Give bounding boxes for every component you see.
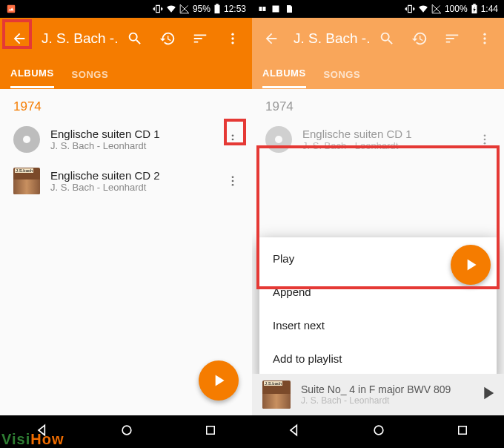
now-playing-play-button[interactable] bbox=[477, 383, 498, 406]
search-button[interactable] bbox=[371, 22, 403, 55]
svg-point-8 bbox=[232, 142, 234, 145]
album-artist: J. S. Bach - Leonhardt bbox=[302, 140, 470, 151]
wifi-icon bbox=[418, 4, 428, 14]
nav-recent[interactable] bbox=[204, 424, 217, 440]
watermark: VisiHow bbox=[1, 431, 64, 448]
album-row[interactable]: Englische suiten CD 1 J. S. Bach - Leonh… bbox=[0, 119, 252, 160]
album-menu-button[interactable] bbox=[470, 125, 500, 154]
tab-albums[interactable]: ALBUMS bbox=[10, 60, 54, 88]
play-fab[interactable] bbox=[451, 245, 491, 285]
wifi-icon bbox=[166, 4, 176, 14]
svg-rect-15 bbox=[263, 7, 266, 11]
svg-point-3 bbox=[231, 33, 233, 36]
history-button[interactable] bbox=[403, 22, 436, 55]
svg-point-5 bbox=[231, 42, 233, 44]
battery-icon bbox=[213, 4, 221, 14]
signal-icon bbox=[431, 4, 442, 14]
status-bar: 100% 1:44 bbox=[252, 0, 504, 18]
overflow-button[interactable] bbox=[468, 22, 501, 55]
back-button[interactable] bbox=[255, 22, 288, 55]
nav-recent[interactable] bbox=[456, 424, 469, 440]
tab-bar: ALBUMS SONGS bbox=[0, 59, 252, 89]
svg-point-20 bbox=[483, 37, 485, 39]
nav-home[interactable] bbox=[119, 423, 134, 441]
nav-bar bbox=[252, 415, 504, 448]
svg-point-4 bbox=[231, 37, 233, 39]
phone-left: 95% 12:53 J. S. Bach -... ALBUMS SONGS 1… bbox=[0, 0, 252, 448]
svg-point-25 bbox=[374, 426, 383, 435]
history-button[interactable] bbox=[151, 22, 184, 55]
album-artist: J. S. Bach - Leonhardt bbox=[50, 140, 218, 151]
search-button[interactable] bbox=[119, 22, 151, 55]
svg-rect-16 bbox=[273, 6, 279, 13]
battery-percent: 100% bbox=[445, 4, 468, 14]
svg-rect-18 bbox=[473, 4, 476, 5]
album-art-icon bbox=[262, 381, 291, 409]
notification-icon bbox=[6, 4, 16, 14]
signal-icon bbox=[179, 4, 190, 14]
cd-icon bbox=[13, 126, 40, 153]
clock: 1:44 bbox=[481, 4, 498, 14]
vibrate-icon bbox=[405, 4, 415, 14]
menu-insert-next[interactable]: Insert next bbox=[259, 309, 497, 342]
now-playing-artist: J. S. Bach - Leonhardt bbox=[301, 395, 477, 406]
album-row[interactable]: Englische suiten CD 1 J. S. Bach - Leonh… bbox=[252, 119, 504, 160]
svg-rect-26 bbox=[459, 426, 467, 435]
sd-icon bbox=[285, 4, 294, 13]
clock: 12:53 bbox=[224, 4, 246, 14]
sort-button[interactable] bbox=[436, 22, 468, 55]
svg-rect-14 bbox=[259, 7, 262, 11]
album-art-icon bbox=[13, 168, 40, 194]
svg-point-24 bbox=[484, 142, 486, 145]
phone-right: 100% 1:44 J. S. Bach -... ALBUMS SONGS 1… bbox=[252, 0, 504, 448]
page-title: J. S. Bach -... bbox=[288, 30, 371, 47]
tab-songs[interactable]: SONGS bbox=[324, 62, 360, 88]
tab-albums[interactable]: ALBUMS bbox=[262, 60, 306, 88]
svg-point-19 bbox=[483, 33, 485, 36]
vibrate-icon bbox=[153, 4, 163, 14]
notification-icon bbox=[258, 4, 267, 13]
svg-point-22 bbox=[484, 134, 486, 136]
battery-percent: 95% bbox=[193, 4, 210, 14]
now-playing-title: Suite No_ 4 in F major BWV 809 bbox=[301, 383, 477, 395]
svg-rect-2 bbox=[216, 4, 219, 5]
svg-rect-1 bbox=[214, 5, 219, 13]
album-menu-button[interactable] bbox=[218, 166, 248, 196]
svg-point-11 bbox=[232, 184, 234, 186]
svg-point-23 bbox=[484, 139, 486, 141]
svg-point-12 bbox=[122, 426, 131, 435]
album-title: Englische suiten CD 1 bbox=[302, 128, 470, 140]
gallery-icon bbox=[271, 4, 280, 13]
app-bar: J. S. Bach -... bbox=[252, 18, 504, 59]
back-button[interactable] bbox=[3, 22, 36, 55]
sort-button[interactable] bbox=[184, 22, 216, 55]
svg-rect-13 bbox=[207, 426, 215, 435]
year-header: 1974 bbox=[252, 89, 504, 119]
svg-point-9 bbox=[232, 176, 234, 178]
album-list: 1974 Englische suiten CD 1 J. S. Bach - … bbox=[252, 89, 504, 374]
status-bar: 95% 12:53 bbox=[0, 0, 252, 18]
svg-point-6 bbox=[232, 134, 234, 136]
page-title: J. S. Bach -... bbox=[36, 30, 119, 47]
album-list: 1974 Englische suiten CD 1 J. S. Bach - … bbox=[0, 89, 252, 415]
overflow-button[interactable] bbox=[216, 22, 249, 55]
album-title: Englische suiten CD 2 bbox=[50, 169, 218, 182]
app-bar: J. S. Bach -... bbox=[0, 18, 252, 59]
cd-icon bbox=[265, 126, 292, 153]
nav-back[interactable] bbox=[287, 423, 302, 441]
svg-point-10 bbox=[232, 180, 234, 182]
svg-point-7 bbox=[232, 139, 234, 141]
svg-point-21 bbox=[483, 42, 485, 44]
year-header: 1974 bbox=[0, 89, 252, 119]
svg-rect-0 bbox=[7, 5, 16, 13]
album-row[interactable]: Englische suiten CD 2 J. S. Bach - Leonh… bbox=[0, 160, 252, 202]
album-artist: J. S. Bach - Leonhardt bbox=[50, 182, 218, 193]
tab-songs[interactable]: SONGS bbox=[72, 62, 108, 88]
menu-add-to-playlist[interactable]: Add to playlist bbox=[259, 342, 497, 374]
nav-home[interactable] bbox=[371, 423, 386, 441]
battery-charging-icon bbox=[471, 4, 478, 14]
album-menu-button[interactable] bbox=[218, 125, 248, 154]
now-playing-bar[interactable]: Suite No_ 4 in F major BWV 809 J. S. Bac… bbox=[252, 374, 504, 415]
album-title: Englische suiten CD 1 bbox=[50, 128, 218, 140]
play-fab[interactable] bbox=[199, 360, 239, 401]
